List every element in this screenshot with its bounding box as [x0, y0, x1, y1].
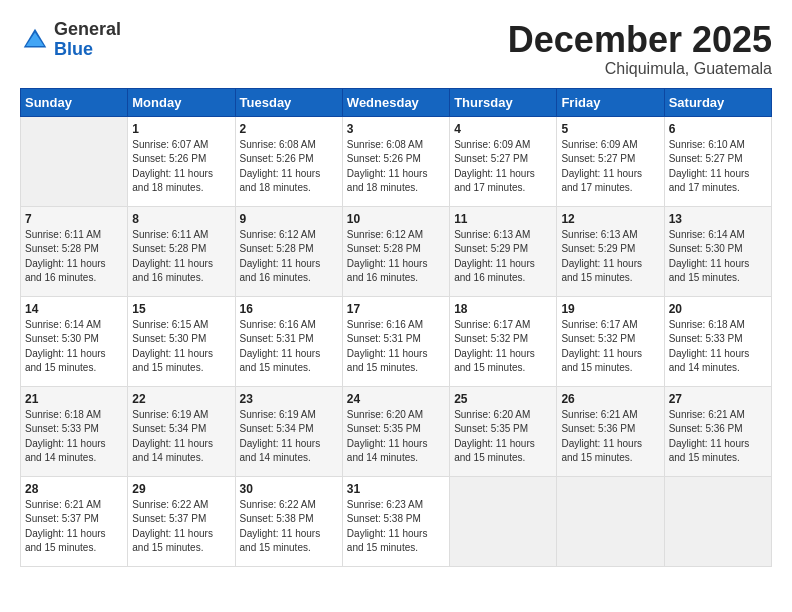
day-number: 20 [669, 302, 767, 316]
calendar-cell: 3Sunrise: 6:08 AMSunset: 5:26 PMDaylight… [342, 116, 449, 206]
day-number: 1 [132, 122, 230, 136]
calendar-cell: 30Sunrise: 6:22 AMSunset: 5:38 PMDayligh… [235, 476, 342, 566]
calendar-week-1: 1Sunrise: 6:07 AMSunset: 5:26 PMDaylight… [21, 116, 772, 206]
column-header-thursday: Thursday [450, 88, 557, 116]
day-info: Sunrise: 6:21 AMSunset: 5:36 PMDaylight:… [669, 408, 767, 466]
day-info: Sunrise: 6:23 AMSunset: 5:38 PMDaylight:… [347, 498, 445, 556]
day-number: 4 [454, 122, 552, 136]
logo-general-text: General [54, 19, 121, 39]
title-block: December 2025 Chiquimula, Guatemala [508, 20, 772, 78]
column-header-monday: Monday [128, 88, 235, 116]
calendar-cell [450, 476, 557, 566]
day-number: 6 [669, 122, 767, 136]
calendar-cell [21, 116, 128, 206]
day-number: 24 [347, 392, 445, 406]
day-info: Sunrise: 6:22 AMSunset: 5:37 PMDaylight:… [132, 498, 230, 556]
calendar-cell: 16Sunrise: 6:16 AMSunset: 5:31 PMDayligh… [235, 296, 342, 386]
column-header-wednesday: Wednesday [342, 88, 449, 116]
day-number: 3 [347, 122, 445, 136]
day-number: 19 [561, 302, 659, 316]
day-number: 17 [347, 302, 445, 316]
calendar-cell: 31Sunrise: 6:23 AMSunset: 5:38 PMDayligh… [342, 476, 449, 566]
day-number: 15 [132, 302, 230, 316]
day-number: 5 [561, 122, 659, 136]
calendar-cell: 12Sunrise: 6:13 AMSunset: 5:29 PMDayligh… [557, 206, 664, 296]
day-info: Sunrise: 6:08 AMSunset: 5:26 PMDaylight:… [347, 138, 445, 196]
month-title: December 2025 [508, 20, 772, 60]
calendar-cell: 25Sunrise: 6:20 AMSunset: 5:35 PMDayligh… [450, 386, 557, 476]
calendar-cell: 21Sunrise: 6:18 AMSunset: 5:33 PMDayligh… [21, 386, 128, 476]
calendar-cell: 26Sunrise: 6:21 AMSunset: 5:36 PMDayligh… [557, 386, 664, 476]
calendar-cell: 9Sunrise: 6:12 AMSunset: 5:28 PMDaylight… [235, 206, 342, 296]
day-number: 18 [454, 302, 552, 316]
calendar-week-3: 14Sunrise: 6:14 AMSunset: 5:30 PMDayligh… [21, 296, 772, 386]
logo-icon [20, 25, 50, 55]
day-number: 2 [240, 122, 338, 136]
day-info: Sunrise: 6:21 AMSunset: 5:37 PMDaylight:… [25, 498, 123, 556]
calendar-cell: 24Sunrise: 6:20 AMSunset: 5:35 PMDayligh… [342, 386, 449, 476]
calendar-cell: 8Sunrise: 6:11 AMSunset: 5:28 PMDaylight… [128, 206, 235, 296]
calendar-header-row: SundayMondayTuesdayWednesdayThursdayFrid… [21, 88, 772, 116]
day-info: Sunrise: 6:11 AMSunset: 5:28 PMDaylight:… [132, 228, 230, 286]
calendar-cell: 19Sunrise: 6:17 AMSunset: 5:32 PMDayligh… [557, 296, 664, 386]
day-number: 8 [132, 212, 230, 226]
day-number: 7 [25, 212, 123, 226]
day-info: Sunrise: 6:16 AMSunset: 5:31 PMDaylight:… [347, 318, 445, 376]
logo-text: General Blue [54, 20, 121, 60]
day-number: 14 [25, 302, 123, 316]
calendar-week-5: 28Sunrise: 6:21 AMSunset: 5:37 PMDayligh… [21, 476, 772, 566]
day-number: 29 [132, 482, 230, 496]
day-info: Sunrise: 6:12 AMSunset: 5:28 PMDaylight:… [240, 228, 338, 286]
column-header-sunday: Sunday [21, 88, 128, 116]
day-number: 9 [240, 212, 338, 226]
day-info: Sunrise: 6:12 AMSunset: 5:28 PMDaylight:… [347, 228, 445, 286]
day-info: Sunrise: 6:09 AMSunset: 5:27 PMDaylight:… [561, 138, 659, 196]
day-number: 10 [347, 212, 445, 226]
day-number: 30 [240, 482, 338, 496]
calendar-cell: 2Sunrise: 6:08 AMSunset: 5:26 PMDaylight… [235, 116, 342, 206]
day-number: 21 [25, 392, 123, 406]
day-number: 26 [561, 392, 659, 406]
day-info: Sunrise: 6:10 AMSunset: 5:27 PMDaylight:… [669, 138, 767, 196]
day-info: Sunrise: 6:18 AMSunset: 5:33 PMDaylight:… [25, 408, 123, 466]
calendar-cell: 27Sunrise: 6:21 AMSunset: 5:36 PMDayligh… [664, 386, 771, 476]
day-info: Sunrise: 6:07 AMSunset: 5:26 PMDaylight:… [132, 138, 230, 196]
calendar-cell: 17Sunrise: 6:16 AMSunset: 5:31 PMDayligh… [342, 296, 449, 386]
day-number: 13 [669, 212, 767, 226]
day-info: Sunrise: 6:13 AMSunset: 5:29 PMDaylight:… [454, 228, 552, 286]
calendar-cell: 23Sunrise: 6:19 AMSunset: 5:34 PMDayligh… [235, 386, 342, 476]
calendar-cell: 5Sunrise: 6:09 AMSunset: 5:27 PMDaylight… [557, 116, 664, 206]
day-info: Sunrise: 6:21 AMSunset: 5:36 PMDaylight:… [561, 408, 659, 466]
column-header-saturday: Saturday [664, 88, 771, 116]
page-header: General Blue December 2025 Chiquimula, G… [20, 20, 772, 78]
calendar-cell: 15Sunrise: 6:15 AMSunset: 5:30 PMDayligh… [128, 296, 235, 386]
calendar-cell: 11Sunrise: 6:13 AMSunset: 5:29 PMDayligh… [450, 206, 557, 296]
day-info: Sunrise: 6:14 AMSunset: 5:30 PMDaylight:… [25, 318, 123, 376]
calendar-table: SundayMondayTuesdayWednesdayThursdayFrid… [20, 88, 772, 567]
calendar-cell: 13Sunrise: 6:14 AMSunset: 5:30 PMDayligh… [664, 206, 771, 296]
day-number: 31 [347, 482, 445, 496]
day-info: Sunrise: 6:13 AMSunset: 5:29 PMDaylight:… [561, 228, 659, 286]
day-number: 23 [240, 392, 338, 406]
column-header-tuesday: Tuesday [235, 88, 342, 116]
calendar-cell: 14Sunrise: 6:14 AMSunset: 5:30 PMDayligh… [21, 296, 128, 386]
calendar-cell: 18Sunrise: 6:17 AMSunset: 5:32 PMDayligh… [450, 296, 557, 386]
day-number: 27 [669, 392, 767, 406]
calendar-cell: 29Sunrise: 6:22 AMSunset: 5:37 PMDayligh… [128, 476, 235, 566]
day-info: Sunrise: 6:20 AMSunset: 5:35 PMDaylight:… [347, 408, 445, 466]
day-info: Sunrise: 6:15 AMSunset: 5:30 PMDaylight:… [132, 318, 230, 376]
calendar-cell: 28Sunrise: 6:21 AMSunset: 5:37 PMDayligh… [21, 476, 128, 566]
day-info: Sunrise: 6:17 AMSunset: 5:32 PMDaylight:… [454, 318, 552, 376]
day-info: Sunrise: 6:17 AMSunset: 5:32 PMDaylight:… [561, 318, 659, 376]
calendar-cell: 1Sunrise: 6:07 AMSunset: 5:26 PMDaylight… [128, 116, 235, 206]
calendar-cell: 10Sunrise: 6:12 AMSunset: 5:28 PMDayligh… [342, 206, 449, 296]
calendar-cell: 7Sunrise: 6:11 AMSunset: 5:28 PMDaylight… [21, 206, 128, 296]
calendar-cell: 20Sunrise: 6:18 AMSunset: 5:33 PMDayligh… [664, 296, 771, 386]
day-info: Sunrise: 6:09 AMSunset: 5:27 PMDaylight:… [454, 138, 552, 196]
logo: General Blue [20, 20, 121, 60]
day-number: 22 [132, 392, 230, 406]
day-number: 28 [25, 482, 123, 496]
day-info: Sunrise: 6:11 AMSunset: 5:28 PMDaylight:… [25, 228, 123, 286]
location-text: Chiquimula, Guatemala [508, 60, 772, 78]
logo-blue-text: Blue [54, 39, 93, 59]
